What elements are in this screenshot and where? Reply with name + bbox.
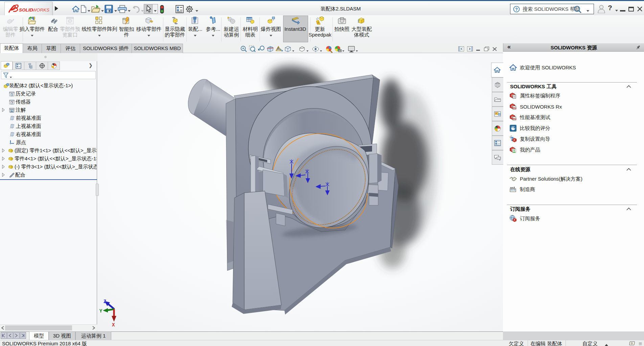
svg-text:Y: Y	[99, 308, 102, 314]
svg-text:WORKS: WORKS	[32, 7, 49, 13]
svg-text:SOLID: SOLID	[19, 7, 33, 13]
svg-text:X: X	[112, 322, 115, 328]
svg-text:A: A	[11, 110, 13, 113]
svg-text:S: S	[514, 219, 515, 221]
svg-text:!: !	[318, 21, 319, 24]
svg-text:A: A	[277, 47, 280, 51]
svg-text:Rx: Rx	[513, 117, 517, 120]
svg-text:Rx: Rx	[513, 107, 517, 110]
svg-text:Z: Z	[104, 299, 106, 304]
svg-text:S: S	[513, 139, 515, 141]
svg-text:?: ?	[515, 7, 518, 12]
